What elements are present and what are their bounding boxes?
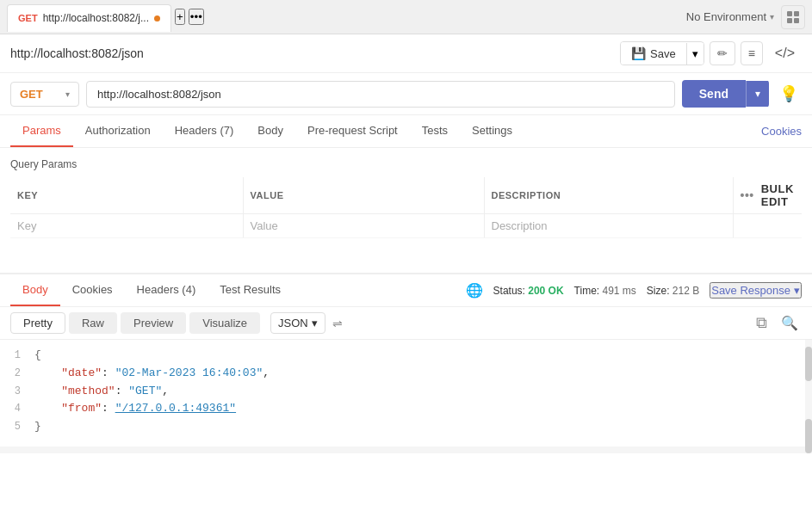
tab-method: GET bbox=[18, 13, 38, 23]
row-actions-cell bbox=[733, 214, 802, 238]
key-placeholder: Key bbox=[17, 219, 36, 232]
line-content: } bbox=[34, 418, 812, 436]
format-chevron-icon: ▾ bbox=[312, 317, 318, 329]
tab-unsaved-dot bbox=[154, 15, 160, 22]
edit-button[interactable]: ✏ bbox=[710, 41, 735, 65]
request-bar: GET ▾ Send ▾ 💡 bbox=[0, 73, 812, 115]
json-key: "method" bbox=[61, 385, 115, 397]
time-label: Time: 491 ms bbox=[574, 285, 636, 297]
send-button-group: Send ▾ bbox=[682, 80, 769, 108]
code-line-1: 1 { bbox=[0, 347, 812, 365]
svg-rect-3 bbox=[794, 18, 799, 23]
subtab-preview[interactable]: Preview bbox=[121, 312, 186, 334]
table-row: Key Value Description bbox=[10, 214, 802, 238]
json-key: "date" bbox=[61, 366, 102, 379]
workspace-icon[interactable] bbox=[781, 5, 805, 29]
response-tab-testresults[interactable]: Test Results bbox=[208, 274, 293, 306]
tab-prerequest[interactable]: Pre-request Script bbox=[295, 115, 410, 147]
horizontal-scrollbar bbox=[0, 446, 812, 453]
description-placeholder: Description bbox=[492, 219, 548, 232]
save-button[interactable]: 💾 Save bbox=[621, 42, 686, 65]
more-tabs-button[interactable]: ••• bbox=[189, 9, 204, 25]
value-cell: Value bbox=[243, 214, 484, 238]
doc-button[interactable]: ≡ bbox=[741, 41, 763, 65]
line-number: 3 bbox=[0, 383, 34, 400]
env-label: No Environment bbox=[686, 10, 766, 23]
tab-settings[interactable]: Settings bbox=[460, 115, 524, 147]
format-label: JSON bbox=[278, 317, 308, 329]
tab-params[interactable]: Params bbox=[10, 115, 73, 147]
status-label: Status: 200 OK bbox=[493, 285, 564, 297]
tab-authorization[interactable]: Authorization bbox=[73, 115, 163, 147]
response-status: 🌐 Status: 200 OK Time: 491 ms Size: 212 … bbox=[466, 282, 802, 299]
json-value-link[interactable]: "/127.0.0.1:49361" bbox=[115, 402, 236, 415]
response-tab-headers[interactable]: Headers (4) bbox=[125, 274, 208, 306]
description-column-header: DESCRIPTION bbox=[484, 177, 733, 214]
line-number: 1 bbox=[0, 347, 34, 364]
save-arrow-icon: ▾ bbox=[692, 47, 698, 60]
method-label: GET bbox=[20, 88, 43, 101]
line-number: 5 bbox=[0, 418, 34, 435]
response-section: Body Cookies Headers (4) Test Results 🌐 … bbox=[0, 273, 812, 453]
subtab-raw[interactable]: Raw bbox=[69, 312, 117, 334]
code-icon: </> bbox=[775, 46, 795, 60]
copy-button[interactable]: ⧉ bbox=[753, 312, 771, 334]
key-column-header: KEY bbox=[10, 177, 243, 214]
cookies-link[interactable]: Cookies bbox=[761, 125, 802, 138]
line-content: "from": "/127.0.0.1:49361" bbox=[34, 400, 812, 418]
svg-rect-0 bbox=[787, 11, 792, 16]
save-response-button[interactable]: Save Response ▾ bbox=[710, 282, 802, 299]
code-button[interactable]: </> bbox=[768, 41, 802, 65]
tab-url: http://localhost:8082/j... bbox=[43, 12, 149, 24]
code-line-5: 5 } bbox=[0, 418, 812, 436]
subtab-pretty[interactable]: Pretty bbox=[10, 312, 65, 334]
response-tab-body[interactable]: Body bbox=[10, 274, 60, 306]
bulk-edit-header: ••• Bulk Edit bbox=[733, 177, 802, 214]
subtab-visualize[interactable]: Visualize bbox=[189, 312, 260, 334]
request-title: http://localhost:8082/json bbox=[10, 46, 613, 60]
line-content: "method": "GET", bbox=[34, 383, 812, 401]
save-icon: 💾 bbox=[631, 46, 646, 60]
tab-body[interactable]: Body bbox=[245, 115, 295, 147]
tab-bar-actions: No Environment ▾ bbox=[686, 5, 805, 29]
json-value: "02-Mar-2023 16:40:03" bbox=[115, 366, 263, 379]
send-button[interactable]: Send bbox=[682, 80, 746, 108]
active-tab[interactable]: GET http://localhost:8082/j... bbox=[7, 4, 171, 32]
more-options-icon[interactable]: ••• bbox=[741, 188, 754, 202]
status-value: 200 OK bbox=[528, 285, 563, 297]
bulk-edit-button[interactable]: Bulk Edit bbox=[761, 182, 795, 208]
save-dropdown-button[interactable]: ▾ bbox=[686, 43, 704, 65]
response-subtabs-right: ⧉ 🔍 bbox=[753, 312, 802, 334]
response-tab-cookies[interactable]: Cookies bbox=[60, 274, 125, 306]
tab-tests[interactable]: Tests bbox=[410, 115, 460, 147]
url-input[interactable] bbox=[86, 81, 675, 108]
save-response-label: Save Response bbox=[711, 284, 790, 297]
search-button[interactable]: 🔍 bbox=[778, 313, 802, 333]
method-selector[interactable]: GET ▾ bbox=[10, 82, 79, 107]
size-value: 212 B bbox=[673, 285, 699, 297]
lightbulb-icon: 💡 bbox=[776, 81, 802, 107]
edit-icon: ✏ bbox=[717, 46, 728, 60]
line-number: 4 bbox=[0, 400, 34, 417]
response-tabs-bar: Body Cookies Headers (4) Test Results 🌐 … bbox=[0, 274, 812, 307]
json-key: "from" bbox=[61, 402, 102, 415]
svg-rect-1 bbox=[794, 11, 799, 16]
code-line-2: 2 "date": "02-Mar-2023 16:40:03", bbox=[0, 365, 812, 383]
env-chevron-icon: ▾ bbox=[770, 12, 774, 22]
tabs-nav-right: Cookies bbox=[761, 125, 802, 138]
save-response-arrow-icon: ▾ bbox=[794, 284, 800, 297]
params-table: KEY VALUE DESCRIPTION ••• Bulk Edit bbox=[10, 177, 802, 238]
environment-selector[interactable]: No Environment ▾ bbox=[686, 10, 774, 23]
scrollbar-thumb[interactable] bbox=[805, 347, 812, 381]
send-dropdown-button[interactable]: ▾ bbox=[746, 81, 769, 107]
tab-headers[interactable]: Headers (7) bbox=[163, 115, 246, 147]
send-arrow-icon: ▾ bbox=[755, 88, 760, 100]
request-tabs-nav: Params Authorization Headers (7) Body Pr… bbox=[0, 115, 812, 148]
line-content: { bbox=[34, 347, 812, 365]
bottom-scrollbar-thumb[interactable] bbox=[805, 419, 812, 453]
value-column-header: VALUE bbox=[243, 177, 484, 214]
wrap-button[interactable]: ⇌ bbox=[329, 315, 346, 332]
format-selector[interactable]: JSON ▾ bbox=[270, 312, 325, 334]
new-tab-button[interactable]: + bbox=[175, 9, 185, 25]
doc-icon: ≡ bbox=[748, 46, 755, 60]
